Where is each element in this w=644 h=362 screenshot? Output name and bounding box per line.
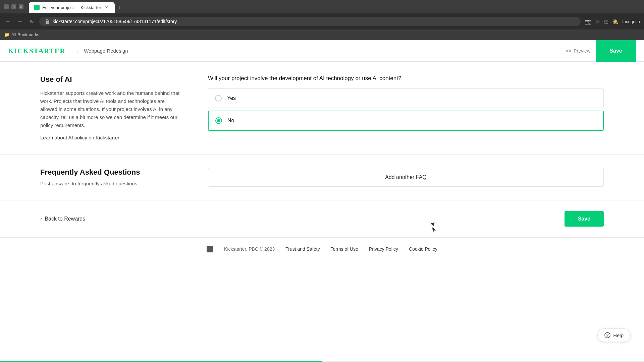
preview-button[interactable]: Preview: [560, 45, 596, 57]
bottom-navigation: ‹ Back to Rewards Save: [0, 200, 644, 237]
footer-link-privacy[interactable]: Privacy Policy: [369, 246, 398, 252]
reload-button[interactable]: ↻: [28, 17, 35, 26]
device-icon[interactable]: ⊡: [604, 18, 608, 25]
app-header: KICKSTARTER ← Webpage Redesign Preview S…: [0, 40, 644, 62]
url-bar[interactable]: kickstarter.com/projects/1705188549/1748…: [39, 17, 581, 26]
footer-link-trust[interactable]: Trust and Safety: [285, 246, 320, 252]
header-save-button[interactable]: Save: [596, 40, 636, 62]
titlebar: — □ ✕ Edit your project — Kickstarter ✕ …: [0, 0, 644, 13]
ai-section-description: Kickstarter supports creative work and t…: [40, 89, 181, 129]
back-to-rewards-link[interactable]: ‹ Back to Rewards: [40, 216, 85, 222]
progress-bar: [0, 361, 644, 362]
bookmarks-folder-icon: 📁: [4, 32, 9, 37]
tab-favicon: [34, 5, 40, 10]
footer: Kickstarter, PBC © 2023 Trust and Safety…: [0, 237, 644, 260]
radio-label-yes: Yes: [227, 95, 236, 101]
bookmarks-bar: 📁 All Bookmarks: [0, 29, 644, 40]
incognito-icon: 🕵: [612, 19, 618, 24]
eye-icon: [566, 48, 572, 54]
footer-link-cookie[interactable]: Cookie Policy: [409, 246, 437, 252]
radio-circle-yes: [215, 95, 222, 102]
help-label: Help: [613, 333, 624, 338]
nav-arrow: ←: [76, 48, 81, 54]
maximize-button[interactable]: □: [11, 4, 16, 9]
url-text: kickstarter.com/projects/1705188549/1748…: [53, 19, 177, 24]
preview-label: Preview: [574, 48, 590, 54]
faq-description: Post answers to frequently asked questio…: [40, 181, 181, 186]
project-name[interactable]: Webpage Redesign: [84, 48, 128, 54]
ai-section-title: Use of AI: [40, 75, 181, 84]
radio-circle-no: [215, 117, 222, 124]
incognito-label: Incognito: [622, 19, 640, 24]
back-label: Back to Rewards: [45, 216, 85, 222]
radio-option-yes[interactable]: Yes: [208, 88, 604, 108]
kickstarter-logo[interactable]: KICKSTARTER: [8, 47, 65, 55]
footer-copyright: Kickstarter, PBC © 2023: [224, 246, 275, 252]
faq-section: Frequently Asked Questions Post answers …: [0, 155, 644, 200]
address-bar: ← → ↻ kickstarter.com/projects/170518854…: [0, 13, 644, 29]
bookmark-icon[interactable]: ☆: [595, 18, 600, 25]
tab-bar: Edit your project — Kickstarter ✕ +: [26, 1, 640, 13]
forward-nav-button[interactable]: →: [16, 17, 24, 26]
help-icon: ?: [604, 332, 610, 338]
ai-policy-link[interactable]: Learn about AI policy on Kickstarter: [40, 135, 119, 140]
help-button[interactable]: ? Help: [597, 328, 631, 342]
back-arrow-icon: ‹: [40, 216, 42, 222]
tab-close-button[interactable]: ✕: [104, 5, 109, 10]
faq-section-right: Add another FAQ: [208, 168, 604, 187]
svg-text:?: ?: [606, 333, 609, 338]
window-controls[interactable]: — □ ✕: [4, 4, 23, 9]
bottom-save-button[interactable]: Save: [565, 211, 604, 227]
new-tab-button[interactable]: +: [115, 3, 124, 13]
back-nav-button[interactable]: ←: [4, 17, 12, 26]
progress-bar-fill: [0, 361, 322, 362]
bookmarks-label: All Bookmarks: [11, 32, 39, 37]
footer-logo: [207, 246, 213, 252]
ai-question: Will your project involve the developmen…: [208, 75, 604, 82]
browser-chrome: — □ ✕ Edit your project — Kickstarter ✕ …: [0, 0, 644, 40]
camera-off-icon[interactable]: 📷: [585, 18, 591, 25]
lock-icon: [45, 19, 50, 24]
header-nav: ← Webpage Redesign: [76, 48, 128, 54]
address-actions: 📷 ☆ ⊡ 🕵 Incognito: [585, 18, 640, 25]
svg-rect-0: [46, 21, 49, 24]
ai-section-left: Use of AI Kickstarter supports creative …: [40, 75, 181, 141]
footer-link-terms[interactable]: Terms of Use: [330, 246, 358, 252]
add-faq-button[interactable]: Add another FAQ: [208, 168, 604, 187]
faq-section-left: Frequently Asked Questions Post answers …: [40, 168, 181, 187]
main-content: Use of AI Kickstarter supports creative …: [0, 62, 644, 260]
active-tab[interactable]: Edit your project — Kickstarter ✕: [29, 2, 115, 13]
close-button[interactable]: ✕: [19, 4, 23, 9]
radio-label-no: No: [227, 118, 234, 124]
ai-section: Use of AI Kickstarter supports creative …: [0, 62, 644, 155]
minimize-button[interactable]: —: [4, 4, 9, 9]
ai-section-right: Will your project involve the developmen…: [208, 75, 604, 141]
tab-title: Edit your project — Kickstarter: [42, 5, 101, 10]
faq-title: Frequently Asked Questions: [40, 168, 181, 177]
radio-option-no[interactable]: No: [208, 111, 604, 131]
